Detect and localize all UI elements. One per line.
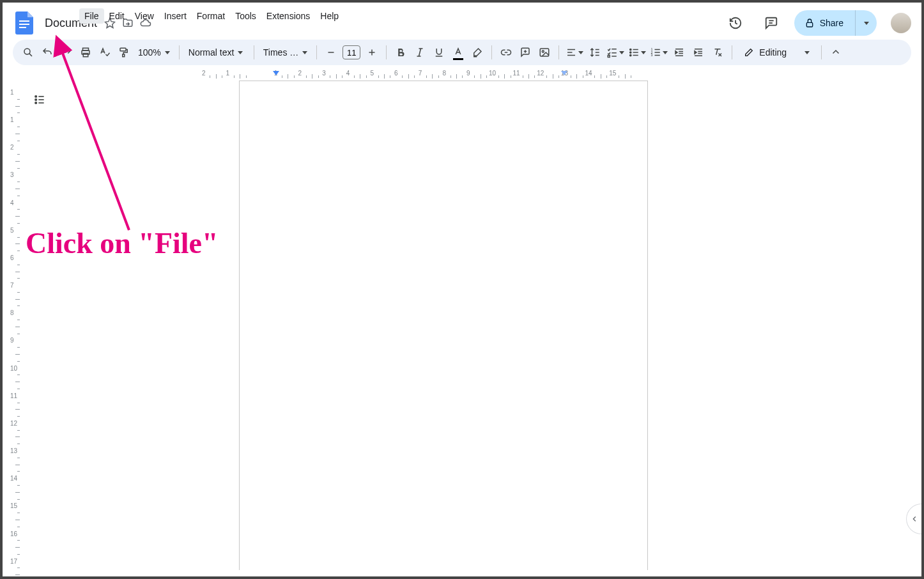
- editing-mode-label: Editing: [759, 47, 787, 58]
- add-comment-icon[interactable]: [516, 43, 534, 61]
- lock-icon: [805, 18, 815, 28]
- clear-formatting-icon[interactable]: [709, 43, 727, 61]
- svg-line-7: [29, 54, 32, 56]
- increase-indent-icon[interactable]: [689, 43, 707, 61]
- search-icon[interactable]: [19, 43, 37, 61]
- redo-icon[interactable]: [58, 43, 75, 61]
- bulleted-list-icon[interactable]: [627, 43, 647, 61]
- menu-help[interactable]: Help: [315, 8, 344, 24]
- share-button[interactable]: Share: [794, 10, 855, 36]
- svg-rect-5: [806, 22, 812, 27]
- svg-rect-2: [19, 27, 26, 28]
- svg-point-60: [35, 102, 37, 104]
- header-right-actions: Share: [723, 10, 911, 36]
- zoom-select[interactable]: 100%: [134, 43, 174, 61]
- comments-icon[interactable]: [758, 10, 784, 36]
- svg-point-36: [630, 52, 631, 53]
- align-icon[interactable]: [564, 43, 585, 61]
- line-spacing-icon[interactable]: [586, 43, 604, 61]
- italic-icon[interactable]: [411, 43, 429, 61]
- menu-view[interactable]: View: [130, 8, 159, 24]
- horizontal-ruler[interactable]: 21123456789101112131415: [22, 69, 921, 79]
- toolbar: 100% Normal text Times … 123: [13, 40, 911, 65]
- styles-value: Normal text: [189, 47, 235, 58]
- svg-point-58: [35, 99, 37, 101]
- font-size-input[interactable]: [343, 45, 360, 59]
- font-select[interactable]: Times …: [259, 43, 311, 61]
- numbered-list-icon[interactable]: 123: [649, 43, 669, 61]
- vertical-ruler[interactable]: 11234567891011121314151617: [8, 79, 22, 570]
- history-icon[interactable]: [723, 10, 748, 36]
- spellcheck-icon[interactable]: [96, 43, 114, 61]
- account-avatar[interactable]: [891, 13, 911, 33]
- zoom-value: 100%: [138, 47, 161, 58]
- menu-tools[interactable]: Tools: [230, 8, 261, 24]
- svg-line-18: [419, 49, 421, 56]
- text-color-icon[interactable]: [449, 43, 467, 61]
- svg-point-6: [24, 49, 30, 54]
- svg-text:3: 3: [651, 53, 653, 57]
- styles-select[interactable]: Normal text: [185, 43, 249, 61]
- document-canvas[interactable]: [22, 79, 921, 570]
- svg-point-34: [630, 49, 631, 50]
- svg-point-38: [630, 54, 631, 56]
- print-icon[interactable]: [77, 43, 95, 61]
- svg-rect-11: [120, 48, 126, 51]
- document-page[interactable]: [239, 81, 648, 570]
- paint-format-icon[interactable]: [115, 43, 133, 61]
- increase-font-icon[interactable]: [363, 43, 381, 61]
- title-bar: Document File Edit View Insert Format To…: [3, 3, 921, 40]
- collapse-toolbar-icon[interactable]: [827, 43, 845, 61]
- docs-logo[interactable]: [13, 12, 36, 35]
- underline-icon[interactable]: [430, 43, 448, 61]
- insert-link-icon[interactable]: [497, 43, 515, 61]
- checklist-icon[interactable]: [605, 43, 626, 61]
- annotation-text: Click on "File": [26, 226, 219, 260]
- menu-insert[interactable]: Insert: [159, 8, 192, 24]
- share-dropdown[interactable]: [855, 10, 877, 36]
- svg-point-23: [543, 50, 544, 52]
- menu-file[interactable]: File: [79, 8, 104, 24]
- pencil-icon: [744, 47, 754, 58]
- highlight-color-icon[interactable]: [468, 43, 486, 61]
- menu-edit[interactable]: Edit: [104, 8, 130, 24]
- bold-icon[interactable]: [392, 43, 410, 61]
- svg-rect-1: [19, 24, 29, 25]
- decrease-indent-icon[interactable]: [670, 43, 688, 61]
- menu-format[interactable]: Format: [192, 8, 230, 24]
- insert-image-icon[interactable]: [535, 43, 553, 61]
- font-value: Times …: [263, 47, 298, 58]
- svg-rect-12: [123, 54, 125, 57]
- document-outline-icon[interactable]: [31, 91, 49, 109]
- share-label: Share: [820, 18, 843, 28]
- undo-icon[interactable]: [38, 43, 56, 61]
- menu-extensions[interactable]: Extensions: [261, 8, 315, 24]
- decrease-font-icon[interactable]: [322, 43, 340, 61]
- svg-rect-0: [19, 20, 29, 22]
- svg-point-56: [35, 96, 37, 98]
- svg-rect-22: [541, 49, 550, 56]
- svg-rect-32: [608, 56, 610, 58]
- editing-mode-select[interactable]: Editing: [737, 43, 816, 62]
